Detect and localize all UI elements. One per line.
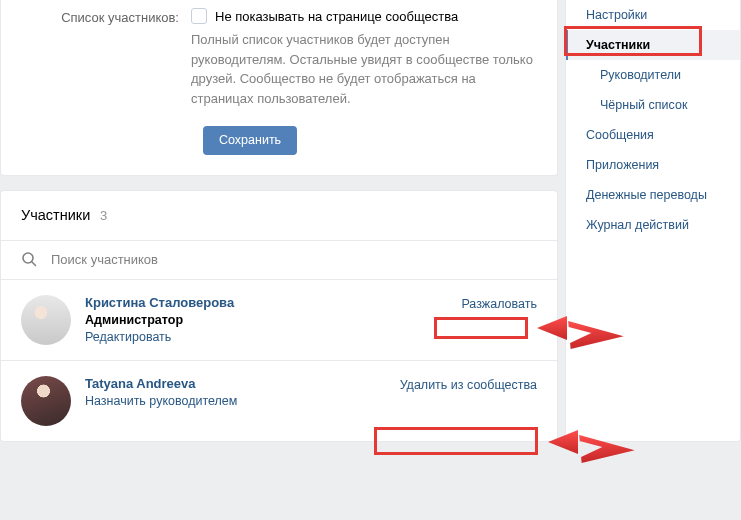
setting-row-members-list: Список участников: Не показывать на стра… (21, 0, 537, 108)
save-button[interactable]: Сохранить (203, 126, 297, 155)
sidebar-item-messages[interactable]: Сообщения (566, 120, 740, 150)
member-assign-link[interactable]: Назначить руководителем (85, 394, 237, 408)
setting-description: Полный список участников будет доступен … (191, 30, 537, 108)
member-name-link[interactable]: Tatyana Andreeva (85, 376, 237, 391)
setting-label: Список участников: (21, 8, 191, 108)
member-row: Tatyana Andreeva Назначить руководителем… (1, 361, 557, 441)
checkbox-icon[interactable] (191, 8, 207, 24)
members-header: Участники 3 (1, 191, 557, 241)
sidebar-item-members[interactable]: Участники (566, 30, 740, 60)
member-name-link[interactable]: Кристина Сталоверова (85, 295, 234, 310)
sidebar: Настройки Участники Руководители Чёрный … (565, 0, 741, 442)
members-card: Участники 3 Кристина Сталоверова Ад (0, 190, 558, 442)
members-search-row (1, 241, 557, 280)
setting-body: Не показывать на странице сообщества Пол… (191, 8, 537, 108)
member-role: Администратор (85, 313, 234, 327)
avatar[interactable] (21, 295, 71, 345)
sidebar-item-managers[interactable]: Руководители (566, 60, 740, 90)
settings-card: Список участников: Не показывать на стра… (0, 0, 558, 176)
members-title: Участники (21, 207, 90, 223)
member-edit-link[interactable]: Редактировать (85, 330, 234, 344)
avatar[interactable] (21, 376, 71, 426)
sidebar-item-apps[interactable]: Приложения (566, 150, 740, 180)
search-input[interactable] (51, 252, 537, 267)
members-count: 3 (100, 208, 107, 223)
member-row: Кристина Сталоверова Администратор Редак… (1, 280, 557, 361)
svg-line-1 (32, 262, 36, 266)
sidebar-item-log[interactable]: Журнал действий (566, 210, 740, 240)
search-icon (21, 251, 37, 267)
hide-members-checkbox-row[interactable]: Не показывать на странице сообщества (191, 8, 537, 24)
sidebar-item-blacklist[interactable]: Чёрный список (566, 90, 740, 120)
member-remove-link[interactable]: Удалить из сообщества (400, 376, 537, 392)
member-demote-link[interactable]: Разжаловать (461, 295, 537, 311)
checkbox-label: Не показывать на странице сообщества (215, 9, 458, 24)
sidebar-item-transfers[interactable]: Денежные переводы (566, 180, 740, 210)
sidebar-item-settings[interactable]: Настройки (566, 0, 740, 30)
